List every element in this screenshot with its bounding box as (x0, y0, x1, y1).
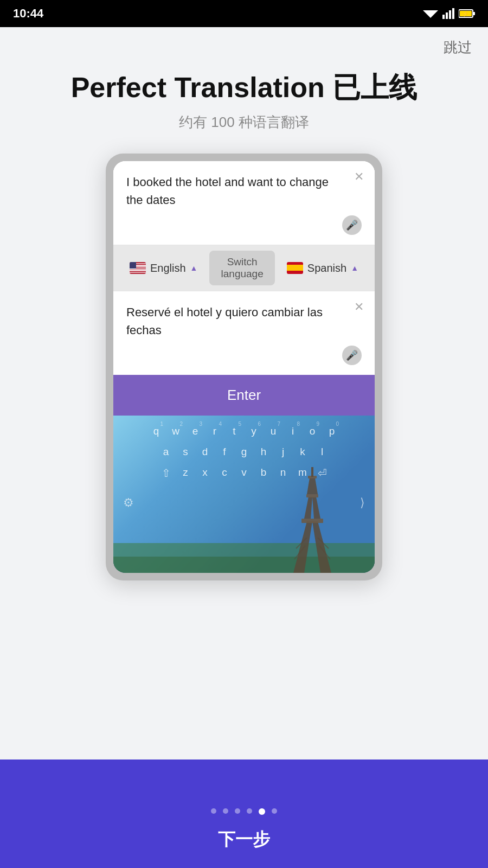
us-flag-icon (130, 262, 146, 274)
source-language-label: English (150, 262, 186, 275)
key-x[interactable]: x (199, 467, 211, 480)
target-lang-chevron-icon: ▲ (351, 264, 358, 272)
key-z[interactable]: z (179, 467, 191, 480)
es-flag-icon (287, 262, 303, 274)
key-m[interactable]: m (297, 467, 309, 480)
svg-marker-9 (293, 521, 312, 573)
key-b[interactable]: b (258, 467, 269, 480)
skip-button[interactable]: 跳过 (444, 38, 472, 57)
key-t[interactable]: 5t (228, 425, 240, 437)
source-close-button[interactable]: ✕ (354, 170, 364, 184)
key-r[interactable]: 4r (209, 425, 221, 437)
translated-text-box: ✕ Reservé el hotel y quiero cambiar las … (113, 291, 375, 375)
phone-mockup: ✕ I booked the hotel and want to change … (106, 154, 382, 580)
keyboard-settings-icon[interactable]: ⚙ (123, 496, 134, 510)
svg-rect-6 (473, 12, 475, 15)
translation-area: ✕ I booked the hotel and want to change … (113, 161, 375, 416)
key-e[interactable]: 3e (189, 425, 201, 437)
translated-text: Reservé el hotel y quiero cambiar las fe… (126, 303, 362, 339)
battery-icon: ⚡ (459, 9, 475, 18)
svg-marker-10 (312, 521, 331, 573)
page-dots (211, 808, 277, 815)
key-g[interactable]: g (238, 446, 250, 458)
key-a[interactable]: a (160, 446, 172, 458)
key-j[interactable]: j (277, 446, 289, 458)
key-f[interactable]: f (219, 446, 230, 458)
keyboard-area: 1q 2w 3e 4r 5t 6y 7u 8i 9o 0p a s (113, 416, 375, 573)
key-w[interactable]: 2w (170, 425, 182, 437)
keyboard-rows: 1q 2w 3e 4r 5t 6y 7u 8i 9o 0p a s (113, 416, 375, 494)
dot-6 (272, 808, 277, 814)
source-language-selector[interactable]: English ▲ (122, 258, 205, 279)
key-q[interactable]: 1q (150, 425, 162, 437)
key-d[interactable]: d (199, 446, 211, 458)
key-k[interactable]: k (297, 446, 309, 458)
keyboard-row-2: a s d f g h j k l (120, 446, 368, 458)
main-title: Perfect Translation 已上线 (0, 71, 488, 104)
key-backspace[interactable]: ⏎ (316, 467, 328, 480)
dot-3 (235, 808, 240, 814)
keyboard-expand-icon[interactable]: ⟩ (360, 496, 365, 510)
status-icons: ⚡ (423, 8, 475, 19)
language-bar: English ▲ Switch language Spanish ▲ (113, 245, 375, 291)
dot-5-active (259, 808, 265, 815)
title-area: Perfect Translation 已上线 约有 100 种语言翻译 (0, 27, 488, 132)
status-time: 10:44 (13, 7, 43, 21)
key-i[interactable]: 8i (287, 425, 299, 437)
dot-4 (247, 808, 252, 814)
key-y[interactable]: 6y (248, 425, 260, 437)
dot-2 (223, 808, 228, 814)
svg-text:⚡: ⚡ (463, 11, 469, 17)
source-text: I booked the hotel and want to change th… (126, 173, 362, 209)
key-u[interactable]: 7u (267, 425, 279, 437)
switch-language-button[interactable]: Switch language (209, 251, 274, 285)
keyboard-row-3: ⇧ z x c v b n m ⏎ (120, 467, 368, 480)
key-shift[interactable]: ⇧ (160, 467, 172, 480)
next-step-button[interactable]: 下一步 (218, 828, 270, 852)
status-bar: 10:44 ⚡ (0, 0, 488, 27)
main-content: 跳过 Perfect Translation 已上线 约有 100 种语言翻译 … (0, 27, 488, 760)
key-n[interactable]: n (277, 467, 289, 480)
wifi-icon (423, 8, 438, 19)
target-language-label: Spanish (307, 262, 346, 275)
target-language-selector[interactable]: Spanish ▲ (279, 258, 366, 279)
svg-marker-0 (423, 10, 438, 18)
key-p[interactable]: 0p (326, 425, 338, 437)
key-v[interactable]: v (238, 467, 250, 480)
svg-rect-4 (452, 8, 454, 19)
dot-1 (211, 808, 216, 814)
key-c[interactable]: c (219, 467, 230, 480)
translated-close-button[interactable]: ✕ (354, 300, 364, 314)
key-o[interactable]: 9o (306, 425, 318, 437)
svg-rect-2 (446, 12, 448, 19)
svg-rect-3 (449, 10, 451, 19)
key-l[interactable]: l (316, 446, 328, 458)
enter-button[interactable]: Enter (113, 375, 375, 416)
bottom-section: 下一步 (0, 760, 488, 868)
key-s[interactable]: s (179, 446, 191, 458)
key-h[interactable]: h (258, 446, 269, 458)
mic-icon: 🎤 (346, 219, 358, 231)
signal-icon (442, 8, 454, 19)
translated-mic-button[interactable]: 🎤 (342, 346, 362, 365)
translated-mic-icon: 🎤 (346, 349, 358, 361)
svg-rect-11 (301, 519, 323, 523)
source-text-box: ✕ I booked the hotel and want to change … (113, 161, 375, 245)
source-mic-button[interactable]: 🎤 (342, 215, 362, 235)
subtitle: 约有 100 种语言翻译 (0, 113, 488, 132)
source-lang-chevron-icon: ▲ (190, 264, 198, 272)
keyboard-row-1: 1q 2w 3e 4r 5t 6y 7u 8i 9o 0p (120, 425, 368, 437)
svg-rect-1 (442, 15, 445, 19)
phone-inner: ✕ I booked the hotel and want to change … (113, 161, 375, 573)
